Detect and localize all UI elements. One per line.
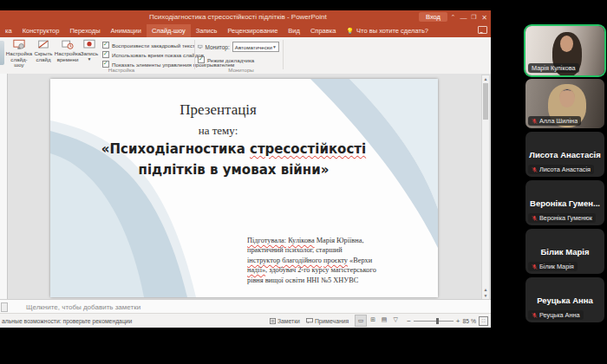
misspelled-word: стресостійкості xyxy=(250,141,366,157)
notes-pane[interactable]: Щелкните, чтобы добавить заметки xyxy=(0,299,491,314)
slide-sorter-view-button[interactable]: ⊞ xyxy=(368,315,378,325)
zoom-out-button[interactable]: − xyxy=(407,317,411,325)
title-bar: Психодіагностика стресостійкості підлітк… xyxy=(0,10,491,24)
scroll-up-icon[interactable]: ▲ xyxy=(482,75,489,82)
slide-thumbnails-pane[interactable] xyxy=(0,74,8,299)
participant-name-label: Алла Шиліна xyxy=(528,116,581,126)
credits-line: інструктор благодійного проєкту «Верхи xyxy=(247,256,428,265)
participant-name-label: Лисота Анастасія xyxy=(528,165,594,174)
credits-line: Підготувала: Кулікова Марія Юріївна, xyxy=(247,236,428,245)
participant-tile-Лисота Анастасія[interactable]: Лисота Анастасія Лисота Анастасія xyxy=(525,132,604,177)
slideshow-checkboxes: Воспроизвести закадровый текстИспользова… xyxy=(102,41,193,69)
zoom-slider[interactable] xyxy=(414,321,454,322)
ribbon-checkbox[interactable]: Воспроизвести закадровый текст xyxy=(102,41,193,49)
fit-slide-to-window-button[interactable]: ⛶ xyxy=(479,316,488,326)
hide-slide-icon xyxy=(37,39,49,50)
presenter-view-label: Режим докладчика xyxy=(207,57,254,63)
view-switcher: ▭ ⊞ ▤ ▽ xyxy=(355,315,401,327)
misspelled-word: благодійного xyxy=(282,257,322,264)
setup-slideshow-label: Настройка слайд-шоу xyxy=(6,51,32,68)
tab-ка[interactable]: ка xyxy=(0,24,17,37)
hide-slide-label: Скрыть слайд xyxy=(33,51,54,62)
notes-toggle-button[interactable]: Заметки xyxy=(270,318,300,324)
monitor-icon xyxy=(198,43,203,50)
comment-icon xyxy=(306,318,313,324)
tab-Справка[interactable]: Справка xyxy=(305,24,341,37)
zoom-slider-thumb[interactable] xyxy=(436,318,439,324)
group-separator xyxy=(283,40,284,69)
muted-mic-icon xyxy=(532,263,538,270)
tell-me-box[interactable]: 💡 Что вы хотите сделать? xyxy=(341,24,434,37)
tab-Рецензирование[interactable]: Рецензирование xyxy=(222,24,283,37)
tab-Запись[interactable]: Запись xyxy=(191,24,223,37)
participant-tile-Вероніка Гуменюк[interactable]: Вероніка Гумен... Вероніка Гуменюк xyxy=(525,180,604,225)
muted-mic-icon xyxy=(532,118,538,125)
participant-name-center: Лисота Анастасія xyxy=(525,150,604,159)
notes-toggle-label: Заметки xyxy=(277,318,300,324)
misspelled-word: Кулікова xyxy=(288,237,314,244)
participant-name-center: Реуцька Анна xyxy=(525,296,604,305)
tab-Конструктор[interactable]: Конструктор xyxy=(17,24,65,37)
tab-Анимации[interactable]: Анимации xyxy=(106,24,147,37)
slide-title-line2: на тему: xyxy=(50,124,386,138)
slideshow-view-button[interactable]: ▽ xyxy=(390,315,401,325)
tab-Слайд-шоу[interactable]: Слайд-шоу xyxy=(147,24,191,37)
normal-view-button[interactable]: ▭ xyxy=(355,315,367,327)
monitor-select-value: Автоматически xyxy=(235,44,272,50)
slide-title-line3: «Психодіагностика стресостійкості xyxy=(50,141,417,157)
vertical-scrollbar[interactable]: ▲ ▲▼ xyxy=(481,75,490,300)
record-dropdown-arrow[interactable]: ▼ xyxy=(88,57,92,61)
window-title: Психодіагностика стресостійкості підлітк… xyxy=(149,13,327,21)
scrollbar-thumb[interactable] xyxy=(483,83,488,120)
reading-view-button[interactable]: ▤ xyxy=(379,315,389,325)
sign-in-button[interactable]: Вход xyxy=(419,12,447,22)
text-run: практичний психолог, старший xyxy=(247,246,343,254)
monitor-select[interactable]: Автоматически ▼ xyxy=(232,42,279,52)
misspelled-word: інструктор xyxy=(247,257,280,264)
presenter-view-checkbox[interactable]: Режим докладчика xyxy=(198,56,279,63)
credits-line: практичний психолог, старший xyxy=(247,245,428,255)
setup-slideshow-button[interactable]: Настройка слайд-шоу xyxy=(6,39,32,68)
zoom-participants-sidebar: Марія Кулікова Алла Шиліна Лисота Анаста… xyxy=(525,26,604,326)
muted-mic-icon xyxy=(532,166,538,173)
checkbox-icon xyxy=(198,56,205,63)
participant-tile-Білик Марія[interactable]: Білик Марія Білик Марія xyxy=(525,229,604,274)
participant-name-label: Білик Марія xyxy=(528,262,578,271)
ribbon: Настройка слайд-шоу Скрыть слайд Настрой… xyxy=(0,37,491,75)
comments-icon[interactable] xyxy=(478,26,487,34)
hide-slide-button[interactable]: Скрыть слайд xyxy=(33,39,54,68)
ribbon-checkbox[interactable]: Использовать время показа слайдов xyxy=(102,50,193,59)
participant-tile-Алла Шиліна[interactable]: Алла Шиліна xyxy=(525,79,604,128)
record-icon xyxy=(83,39,95,50)
participant-tile-Реуцька Анна[interactable]: Реуцька Анна Реуцька Анна xyxy=(525,277,604,322)
monitor-label: Монитор: xyxy=(206,44,230,50)
participant-tile-Марія Кулікова[interactable]: Марія Кулікова xyxy=(525,26,604,75)
tab-Переходы[interactable]: Переходы xyxy=(64,24,105,37)
slide-canvas[interactable]: Презентація на тему: «Психодіагностика с… xyxy=(50,79,438,297)
ribbon-tab-row: каКонструкторПереходыАнимацииСлайд-шоуЗа… xyxy=(0,24,491,37)
comments-toggle-button[interactable]: Примечания xyxy=(306,318,349,324)
notes-icon xyxy=(270,318,276,324)
powerpoint-window: Психодіагностика стресостійкості підлітк… xyxy=(0,10,491,327)
status-bar: альные возможности: проверьте рекомендац… xyxy=(0,313,491,328)
accessibility-status[interactable]: альные возможности: проверьте рекомендац… xyxy=(2,318,132,324)
monitors-group-label: Мониторы xyxy=(215,67,267,73)
previous-next-slide-buttons[interactable]: ▲▼ xyxy=(482,287,489,299)
text-run: , здобувач 2-го курсу магістерського xyxy=(265,266,376,274)
participant-name-label: Реуцька Анна xyxy=(528,310,584,320)
participant-name-label: Марія Кулікова xyxy=(528,63,579,73)
zoom-level[interactable]: 85 % xyxy=(463,318,477,324)
checkbox-label: Воспроизвести закадровый текст xyxy=(112,42,195,49)
tab-Вид[interactable]: Вид xyxy=(283,24,305,37)
rehearse-timings-button[interactable]: Настройка времени xyxy=(55,39,81,68)
misspelled-word: надії» xyxy=(247,266,265,274)
record-button[interactable]: Запись ▼ xyxy=(80,39,99,68)
participant-name-label: Вероніка Гуменюк xyxy=(528,213,596,223)
text-run: Марія Юріївна, xyxy=(315,237,364,244)
close-icon[interactable]: ✕ xyxy=(478,10,491,24)
participant-name-center: Білик Марія xyxy=(525,247,604,257)
notes-splitter-handle[interactable] xyxy=(1,302,8,312)
misspelled-word: проєкту xyxy=(323,257,348,264)
zoom-in-button[interactable]: + xyxy=(456,317,460,325)
slide-credits-block: Підготувала: Кулікова Марія Юріївна,прак… xyxy=(247,236,428,285)
